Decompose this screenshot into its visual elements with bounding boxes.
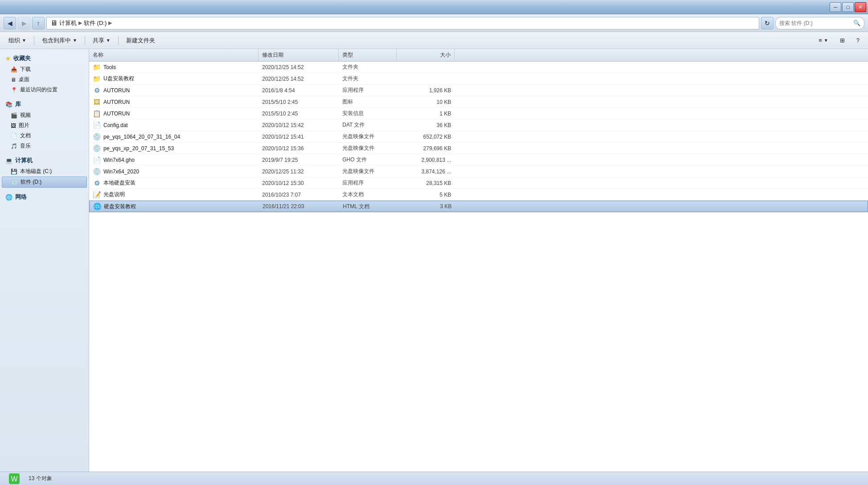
file-type-cell: 应用程序 <box>339 86 397 94</box>
sidebar-item-drive-c[interactable]: 💾 本地磁盘 (C:) <box>2 166 87 177</box>
music-label: 音乐 <box>20 142 31 150</box>
col-header-type[interactable]: 类型 <box>339 49 397 61</box>
file-name-cell: 💿 pe_yqs_xp_20_07_31_15_53 <box>89 144 259 152</box>
organize-button[interactable]: 组织 ▼ <box>4 34 31 47</box>
file-icon: 📝 <box>93 191 101 199</box>
file-type-cell: GHO 文件 <box>339 156 397 164</box>
file-size-cell: 10 KB <box>397 99 455 105</box>
file-size-cell: 3,874,126 ... <box>397 169 455 175</box>
file-icon: ⚙ <box>93 179 101 187</box>
file-type-cell: 文件夹 <box>339 63 397 71</box>
file-size-cell: 279,696 KB <box>397 145 455 152</box>
file-date-cell: 2020/10/12 15:42 <box>259 122 339 128</box>
drive-d-icon: 💿 <box>11 179 18 185</box>
archive-arrow: ▼ <box>73 38 77 43</box>
separator-3 <box>118 36 119 45</box>
table-row[interactable]: 📄 Config.dat 2020/10/12 15:42 DAT 文件 36 … <box>89 119 868 131</box>
path-part-drive[interactable]: 软件 (D:) <box>84 19 107 27</box>
file-name: AUTORUN <box>103 111 130 117</box>
file-icon: 📁 <box>93 75 101 83</box>
minimize-button[interactable]: ─ <box>830 2 841 12</box>
sidebar-section-title-computer[interactable]: 💻 计算机 <box>2 155 87 166</box>
sidebar-item-video[interactable]: 🎬 视频 <box>2 110 87 120</box>
file-icon: 📄 <box>93 156 101 164</box>
col-header-date[interactable]: 修改日期 <box>259 49 339 61</box>
library-label: 库 <box>15 100 21 108</box>
table-row[interactable]: ⚙ AUTORUN 2016/1/8 4:54 应用程序 1,926 KB <box>89 85 868 96</box>
sidebar-section-title-network[interactable]: 🌐 网络 <box>2 191 87 203</box>
col-header-size[interactable]: 大小 <box>397 49 455 61</box>
table-row[interactable]: 📋 AUTORUN 2015/5/10 2:45 安装信息 1 KB <box>89 108 868 119</box>
up-button[interactable]: ↑ <box>32 17 45 29</box>
file-size-cell: 652,072 KB <box>397 134 455 140</box>
back-button[interactable]: ◀ <box>4 17 16 29</box>
file-icon: 💿 <box>93 168 101 176</box>
sidebar-section-title-favorites[interactable]: ★ 收藏夹 <box>2 53 87 64</box>
file-size-cell: 36 KB <box>397 122 455 128</box>
toolbar-right: ≡ ▼ ⊞ ? <box>814 34 864 47</box>
col-header-name[interactable]: 名称 <box>89 49 259 61</box>
table-row[interactable]: 💿 pe_yqs_xp_20_07_31_15_53 2020/10/12 15… <box>89 143 868 154</box>
file-date-cell: 2020/12/25 14:52 <box>259 76 339 82</box>
new-folder-button[interactable]: 新建文件夹 <box>121 34 160 47</box>
table-row[interactable]: 💿 Win7x64_2020 2020/12/25 11:32 光盘映像文件 3… <box>89 166 868 177</box>
sidebar: ★ 收藏夹 📥 下载 🖥 桌面 📍 最近访问的位置 📚 库 <box>0 49 89 472</box>
forward-button[interactable]: ▶ <box>18 17 30 29</box>
file-name: 硬盘安装教程 <box>104 203 136 210</box>
path-icon: 🖥 <box>50 19 58 27</box>
share-arrow: ▼ <box>106 38 111 43</box>
sidebar-item-recent[interactable]: 📍 最近访问的位置 <box>2 85 87 95</box>
path-part-computer[interactable]: 计算机 <box>59 19 77 27</box>
table-row[interactable]: 🖼 AUTORUN 2015/5/10 2:45 图标 10 KB <box>89 96 868 108</box>
address-path[interactable]: 🖥 计算机 ▶ 软件 (D:) ▶ <box>46 17 759 29</box>
table-row[interactable]: 📄 Win7x64.gho 2019/9/7 19:25 GHO 文件 2,90… <box>89 154 868 166</box>
layout-button[interactable]: ⊞ <box>835 34 850 47</box>
separator-1 <box>34 36 34 45</box>
file-name: Config.dat <box>103 122 128 128</box>
sidebar-section-favorites: ★ 收藏夹 📥 下载 🖥 桌面 📍 最近访问的位置 <box>2 53 87 95</box>
file-type-cell: 文本文档 <box>339 191 397 198</box>
table-row[interactable]: 🌐 硬盘安装教程 2016/11/21 22:03 HTML 文档 3 KB <box>89 201 868 212</box>
sidebar-item-documents[interactable]: 📄 文档 <box>2 131 87 141</box>
refresh-button[interactable]: ↻ <box>761 17 773 29</box>
view-button[interactable]: ≡ ▼ <box>814 34 833 47</box>
status-bar: W 13 个对象 <box>0 472 868 485</box>
sidebar-item-music[interactable]: 🎵 音乐 <box>2 141 87 151</box>
sidebar-section-title-library[interactable]: 📚 库 <box>2 99 87 110</box>
file-type-cell: 光盘映像文件 <box>339 168 397 175</box>
drive-c-label: 本地磁盘 (C:) <box>20 168 52 175</box>
file-rows-container: 📁 Tools 2020/12/25 14:52 文件夹 📁 U盘安装教程 20… <box>89 62 868 212</box>
file-name-cell: ⚙ 本地硬盘安装 <box>89 179 259 187</box>
sidebar-item-download[interactable]: 📥 下载 <box>2 64 87 74</box>
sidebar-item-pictures[interactable]: 🖼 图片 <box>2 120 87 131</box>
file-date-cell: 2020/12/25 11:32 <box>259 169 339 175</box>
download-icon: 📥 <box>11 66 17 73</box>
recent-label: 最近访问的位置 <box>20 86 58 94</box>
status-app-icon: W <box>7 472 21 485</box>
sidebar-item-desktop[interactable]: 🖥 桌面 <box>2 74 87 85</box>
sidebar-section-network: 🌐 网络 <box>2 191 87 203</box>
music-icon: 🎵 <box>11 143 17 149</box>
table-row[interactable]: 💿 pe_yqs_1064_20_07_31_16_04 2020/10/12 … <box>89 131 868 143</box>
help-icon: ? <box>856 37 860 44</box>
search-input[interactable] <box>779 20 852 26</box>
share-button[interactable]: 共享 ▼ <box>88 34 115 47</box>
table-row[interactable]: 📁 Tools 2020/12/25 14:52 文件夹 <box>89 62 868 73</box>
table-row[interactable]: 📝 光盘说明 2016/10/23 7:07 文本文档 5 KB <box>89 189 868 201</box>
file-date-cell: 2016/1/8 4:54 <box>259 87 339 94</box>
maximize-button[interactable]: □ <box>842 2 854 12</box>
drive-d-label: 软件 (D:) <box>21 178 41 186</box>
help-button[interactable]: ? <box>852 34 864 47</box>
file-date-cell: 2019/9/7 19:25 <box>259 157 339 163</box>
archive-button[interactable]: 包含到库中 ▼ <box>37 34 82 47</box>
video-icon: 🎬 <box>11 112 17 119</box>
table-row[interactable]: ⚙ 本地硬盘安装 2020/10/12 15:30 应用程序 28,315 KB <box>89 177 868 189</box>
close-button[interactable]: ✕ <box>855 2 866 12</box>
table-row[interactable]: 📁 U盘安装教程 2020/12/25 14:52 文件夹 <box>89 73 868 85</box>
search-box[interactable]: 🔍 <box>775 17 864 29</box>
sidebar-item-drive-d[interactable]: 💿 软件 (D:) <box>2 177 87 188</box>
network-label: 网络 <box>15 193 27 201</box>
library-icon: 📚 <box>5 101 12 108</box>
new-folder-label: 新建文件夹 <box>126 37 155 45</box>
file-type-cell: 光盘映像文件 <box>339 144 397 152</box>
